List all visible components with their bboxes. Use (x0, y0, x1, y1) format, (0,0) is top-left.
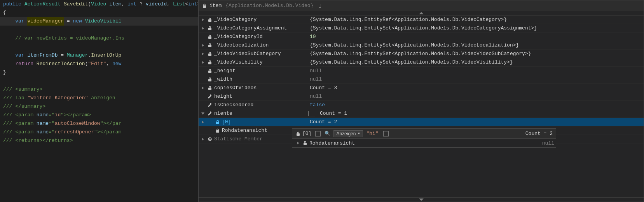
debug-row-videocategoryassignment[interactable]: _VideoCategoryAssignment {System.Data.Li… (199, 24, 644, 33)
keyword-int: int (127, 0, 136, 9)
debug-row-videocategoryid[interactable]: _VideoCategoryId 10 (199, 33, 644, 41)
doc-param-acw4: "></par (100, 119, 122, 128)
expand-niente[interactable] (199, 112, 207, 115)
name-col-height-pub: height (207, 93, 308, 99)
svg-rect-7 (208, 71, 211, 73)
param-item: item (109, 0, 121, 9)
popup-row-value: null (542, 140, 554, 146)
var-itemfromdb: itemFromDb (27, 51, 58, 60)
inner-popup-row-rohdaten[interactable]: Rohdatenansicht null (292, 139, 556, 147)
doc-param-ro2: =" (49, 128, 55, 136)
lock-icon-3 (207, 34, 213, 40)
code-line-1: public ActionResult SaveEdit ( Video ite… (0, 0, 206, 9)
value-niente: Count = 1 (318, 110, 644, 116)
keyword-new2: new (112, 60, 121, 68)
debug-row-index0[interactable]: [0] Count = 2 (199, 118, 644, 126)
pin-icon-popup[interactable] (315, 131, 321, 136)
code-line-3: var videoManager = new VideoVisibil (0, 17, 206, 26)
svg-rect-13 (297, 133, 300, 136)
pin-icon-popup2[interactable] (383, 131, 389, 136)
lock-icon-5 (207, 51, 213, 57)
svg-rect-10 (216, 122, 219, 124)
expand-videovideosubcategory[interactable] (199, 52, 207, 55)
code-line-13: /// </summary> (0, 102, 206, 111)
debug-row-videolocalization[interactable]: _VideoLocalization {System.Data.Linq.Ent… (199, 41, 644, 50)
arrow-up-icon (419, 12, 424, 14)
lock-icon-popup (295, 131, 301, 136)
expand-copiesofvideos[interactable] (199, 86, 207, 90)
keyword-new: new (73, 17, 82, 26)
debug-row-height-pub[interactable]: height null (199, 92, 644, 101)
code-line-17: /// <returns></returns> (0, 136, 206, 145)
expand-arrow-icon (202, 18, 204, 21)
svg-rect-2 (208, 28, 211, 30)
expand-arrow-icon-13 (202, 121, 204, 124)
pin-icon-niente[interactable] (308, 111, 315, 116)
pin-icon-header[interactable] (319, 4, 321, 8)
code-line-6 (0, 43, 206, 51)
value-ischeckedered: false (308, 102, 644, 108)
popup-count: Count = 2 (525, 131, 553, 136)
type-actionresult: ActionResult (24, 0, 61, 9)
field-name-width-priv: _width (214, 76, 232, 82)
doc-summary-close: /// </summary> (3, 102, 45, 111)
field-name-videocategory: _VideoCategory (214, 17, 257, 22)
method-redirecttoaction: RedirectToAction (37, 60, 85, 68)
svg-rect-3 (208, 36, 211, 39)
lock-icon-2 (207, 26, 213, 31)
debug-title: item (209, 3, 222, 9)
debug-row-width-priv[interactable]: _width null (199, 75, 644, 84)
anzeigen-button[interactable]: Anzeigen (333, 130, 363, 137)
lock-icon-7 (207, 68, 213, 74)
expand-videolocalization[interactable] (199, 44, 207, 47)
debug-row-height-priv[interactable]: _height null (199, 67, 644, 75)
arrow-down-icon (419, 199, 424, 201)
name-col-videolocalization: _VideoLocalization (207, 42, 308, 48)
inner-popup-header: [0] 🔍 Anzeigen "hi" Count = 2 (292, 129, 556, 139)
expand-videovisibility[interactable] (199, 61, 207, 64)
value-index0: Count = 2 (308, 119, 644, 125)
svg-rect-5 (208, 54, 211, 56)
field-name-videocategoryassignment: _VideoCategoryAssignment (214, 25, 287, 31)
code-line-2: { (0, 9, 206, 17)
debug-row-videocategory[interactable]: _VideoCategory {System.Data.Linq.EntityR… (199, 16, 644, 24)
debug-row-niente[interactable]: niente Count = 1 (199, 109, 644, 118)
svg-rect-8 (208, 79, 211, 81)
svg-rect-6 (208, 62, 211, 64)
expand-statischemember[interactable] (199, 138, 207, 141)
expand-videocategoryassignment[interactable] (199, 27, 207, 30)
doc-summary-text2: anzeigen (88, 94, 115, 102)
doc-summary-text: /// Tab (3, 94, 27, 102)
debug-row-videovisibility[interactable]: _VideoVisibility {System.Data.Linq.Entit… (199, 58, 644, 67)
debug-row-copiesofvideos[interactable]: copiesOfVideos Count = 3 (199, 84, 644, 92)
value-height-priv: null (308, 68, 644, 74)
field-name-statischemember: Statische Member (214, 136, 263, 142)
debug-row-ischeckedered[interactable]: isCheckedered false (199, 101, 644, 109)
type-videovisibil: VideoVisibil (85, 17, 122, 26)
doc-returns: /// <returns></returns> (3, 136, 73, 145)
doc-param-ro4: "></param (94, 128, 121, 136)
svg-rect-0 (203, 5, 206, 8)
str-edit: "Edit" (88, 60, 106, 68)
value-videocategory: {System.Data.Linq.EntityRef<Application.… (308, 17, 644, 22)
field-name-videolocalization: _VideoLocalization (214, 42, 269, 48)
field-name-rohdatenansicht: Rohdatenansicht (222, 128, 267, 133)
main-container: public ActionResult SaveEdit ( Video ite… (0, 0, 644, 202)
search-icon-popup: 🔍 (325, 131, 330, 136)
doc-summary-open: /// <summary> (3, 85, 42, 94)
expand-index0[interactable] (199, 121, 207, 124)
wrench-icon-3 (207, 111, 213, 116)
doc-param-id: /// <param (3, 111, 37, 119)
debug-row-videovideosubcategory[interactable]: _VideoVideoSubCategory {System.Data.Linq… (199, 50, 644, 58)
keyword-var2: var (15, 51, 24, 60)
scroll-up-btn[interactable] (199, 11, 644, 16)
scroll-down-btn[interactable] (199, 197, 644, 202)
value-videovideosubcategory: {System.Data.Linq.EntitySet<Application.… (308, 51, 644, 57)
expand-videocategory[interactable] (199, 18, 207, 21)
popup-row-name: Rohdatenansicht (309, 140, 542, 146)
field-name-copiesofvideos: copiesOfVideos (214, 85, 257, 91)
debug-panel: item {Application.Models.Db.Video} _V (198, 0, 644, 202)
lock-icon-1 (207, 17, 213, 22)
svg-rect-14 (304, 143, 307, 145)
lock-icon-6 (207, 60, 213, 65)
